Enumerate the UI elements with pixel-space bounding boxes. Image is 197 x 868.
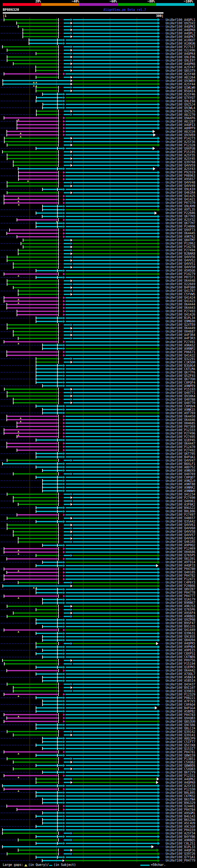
alignment-segment[interactable] [36, 592, 63, 593]
alignment-segment[interactable] [7, 392, 58, 393]
subject-label[interactable]: UniRef100_P14273 [166, 137, 196, 140]
alignment-segment[interactable] [36, 565, 63, 566]
alignment-segment[interactable] [17, 23, 58, 24]
alignment-segment[interactable] [73, 29, 158, 30]
subject-label[interactable]: UniRef100_Q765P6 [166, 608, 196, 611]
alignment-segment[interactable] [13, 734, 58, 736]
alignment-segment[interactable] [36, 633, 63, 634]
alignment-segment[interactable] [7, 307, 58, 309]
subject-label[interactable]: UniRef100_O04685 [166, 422, 196, 425]
alignment-segment[interactable] [66, 73, 158, 74]
subject-label[interactable]: UniRef100_C4P6Y3 [166, 581, 196, 584]
alignment-segment[interactable] [64, 328, 70, 329]
subject-label[interactable]: UniRef100_P12469 [166, 547, 196, 550]
alignment-segment[interactable] [73, 280, 158, 281]
alignment-segment[interactable] [64, 155, 70, 156]
subject-label[interactable]: UniRef100_P12062 [166, 242, 196, 245]
alignment-segment[interactable] [64, 684, 70, 685]
subject-label[interactable]: UniRef100_Q43437 [166, 683, 196, 686]
subject-label[interactable]: UniRef100_Q9LE96 [166, 55, 196, 59]
alignment-segment[interactable] [19, 172, 58, 173]
subject-label[interactable]: UniRef100_B1PL33 [166, 845, 196, 848]
subject-label[interactable]: UniRef100_A9NNW9 [166, 489, 196, 493]
alignment-segment[interactable] [43, 772, 63, 773]
subject-label[interactable]: UniRef100_Q9ZP08 [166, 618, 196, 621]
subject-label[interactable]: UniRef100_O48657 [166, 516, 196, 520]
subject-label[interactable]: UniRef100_O22496 [166, 49, 196, 52]
alignment-segment[interactable] [43, 107, 63, 108]
alignment-segment[interactable] [66, 629, 158, 630]
subject-label[interactable]: UniRef100_A9NRK2 [166, 486, 196, 489]
alignment-segment[interactable] [4, 694, 58, 695]
alignment-segment[interactable] [4, 199, 58, 200]
alignment-segment[interactable] [73, 294, 158, 295]
alignment-segment[interactable] [73, 585, 158, 587]
subject-label[interactable]: UniRef100_Q9LKI0 [166, 188, 196, 191]
alignment-segment[interactable] [4, 629, 58, 630]
alignment-segment[interactable] [73, 287, 158, 288]
alignment-segment[interactable] [66, 104, 158, 105]
alignment-segment[interactable] [43, 385, 63, 386]
alignment-segment[interactable] [66, 697, 158, 698]
subject-label[interactable]: UniRef100_Q93WE0 [166, 79, 196, 83]
alignment-segment[interactable] [4, 202, 58, 204]
subject-label[interactable]: UniRef100_A4QPK5 [166, 642, 196, 645]
alignment-segment[interactable] [66, 97, 158, 98]
alignment-segment[interactable] [7, 395, 58, 397]
subject-label[interactable]: UniRef100_Q1A179 [166, 598, 196, 601]
alignment-segment[interactable] [13, 687, 58, 688]
alignment-segment[interactable] [66, 348, 158, 349]
subject-label[interactable]: UniRef100_A4QPK0 [166, 781, 196, 784]
alignment-segment[interactable] [3, 80, 70, 81]
alignment-segment[interactable] [36, 643, 58, 644]
alignment-segment[interactable] [73, 56, 158, 58]
subject-label[interactable]: UniRef100_P07369 [166, 425, 196, 428]
subject-label[interactable]: UniRef100_C5XQ83 [166, 767, 196, 771]
alignment-segment[interactable] [64, 66, 70, 68]
subject-label[interactable]: UniRef100_Q5CCK8 [166, 744, 196, 747]
alignment-segment[interactable] [36, 609, 58, 610]
subject-label[interactable]: UniRef100_O64446 [166, 418, 196, 422]
subject-label[interactable]: UniRef100_Q153I7 [166, 747, 196, 750]
alignment-segment[interactable] [73, 151, 158, 152]
subject-label[interactable]: UniRef100_C6TLM4 [166, 367, 196, 371]
alignment-segment[interactable] [13, 762, 58, 763]
alignment-segment[interactable] [66, 572, 158, 573]
alignment-segment[interactable] [7, 328, 58, 329]
subject-label[interactable]: UniRef100_A9RNP2 [166, 347, 196, 350]
alignment-segment[interactable] [43, 602, 63, 603]
alignment-segment[interactable] [17, 121, 58, 122]
alignment-segment[interactable] [73, 768, 158, 770]
alignment-segment[interactable] [13, 331, 58, 332]
subject-label[interactable]: UniRef100_P27493 [166, 309, 196, 313]
subject-label[interactable]: UniRef100_Q39631 [166, 631, 196, 635]
subject-label[interactable]: UniRef100_A8JCU4 [166, 130, 196, 133]
alignment-segment[interactable] [66, 507, 158, 508]
subject-label[interactable]: UniRef100_Q39142 [166, 730, 196, 734]
alignment-segment[interactable] [73, 66, 158, 68]
subject-label[interactable]: UniRef100_A2SY43 [166, 167, 196, 170]
alignment-segment[interactable] [36, 378, 63, 380]
alignment-segment[interactable] [66, 456, 158, 458]
alignment-segment[interactable] [66, 375, 158, 376]
subject-label[interactable]: UniRef100_Q4VV47 [166, 459, 196, 462]
subject-label[interactable]: UniRef100_Q677F6 [166, 371, 196, 374]
alignment-segment[interactable] [73, 782, 156, 783]
alignment-segment[interactable] [7, 185, 58, 187]
subject-label[interactable]: UniRef100_Q39726 [166, 852, 196, 856]
alignment-segment[interactable] [66, 450, 158, 451]
alignment-segment[interactable] [3, 463, 63, 464]
alignment-segment[interactable] [64, 849, 70, 851]
alignment-segment[interactable] [66, 470, 158, 471]
alignment-segment[interactable] [64, 182, 70, 183]
alignment-segment[interactable] [36, 362, 58, 363]
alignment-segment[interactable] [7, 50, 58, 51]
subject-label[interactable]: UniRef100_B0L805 [166, 791, 196, 795]
subject-label[interactable]: UniRef100_Q8S3T9 [166, 69, 196, 72]
alignment-segment[interactable] [66, 636, 158, 638]
alignment-segment[interactable] [7, 324, 58, 326]
alignment-segment[interactable] [64, 87, 70, 88]
alignment-segment[interactable] [73, 182, 158, 183]
subject-label[interactable]: UniRef100_A4QPK3 [166, 25, 196, 28]
alignment-segment[interactable] [64, 758, 70, 759]
